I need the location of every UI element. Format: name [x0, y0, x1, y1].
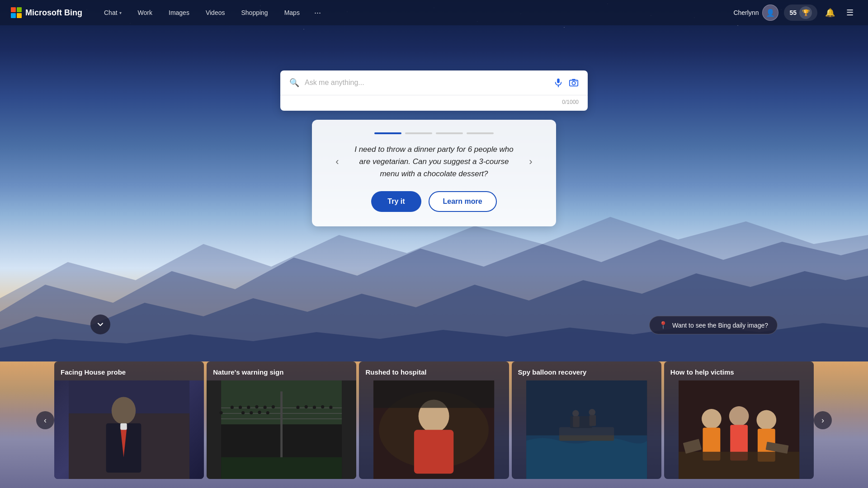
nav-links: Chat ▾ Work Images Videos Shopping Maps … [97, 5, 733, 21]
svg-rect-38 [221, 457, 342, 479]
dot-1 [374, 132, 401, 134]
nav-right: Cherlynn 👤 55 🏆 🔔 ☰ [733, 5, 857, 21]
svg-point-36 [321, 405, 324, 408]
suggestion-text: I need to throw a dinner party for 6 peo… [352, 143, 516, 180]
svg-point-35 [313, 405, 316, 408]
search-box: 🔍 [280, 70, 588, 95]
user-area[interactable]: Cherlynn 👤 [733, 5, 778, 21]
svg-point-12 [112, 397, 136, 424]
news-card-2[interactable]: Nature's warning sign [207, 361, 356, 479]
daily-image-label: Want to see the Bing daily image? [672, 322, 768, 329]
svg-point-33 [297, 405, 300, 408]
svg-point-22 [231, 405, 234, 408]
svg-point-27 [272, 405, 275, 408]
suggestion-buttons: Try it Learn more [371, 191, 496, 212]
microsoft-logo [11, 7, 22, 18]
news-title-4: Spy balloon recovery [512, 361, 661, 380]
news-card-5[interactable]: How to help victims [664, 361, 814, 479]
prev-suggestion-button[interactable]: ‹ [330, 155, 344, 169]
dot-4 [467, 132, 494, 134]
daily-image-button[interactable]: 📍 Want to see the Bing daily image? [649, 316, 778, 334]
svg-point-7 [572, 81, 575, 84]
chat-chevron: ▾ [119, 10, 122, 15]
svg-rect-60 [679, 451, 799, 479]
search-container: 🔍 [280, 70, 588, 111]
svg-point-26 [264, 405, 267, 408]
dot-2 [405, 132, 432, 134]
svg-point-28 [220, 411, 223, 414]
hamburger-menu[interactable]: ☰ [843, 5, 857, 20]
news-image-2 [207, 380, 356, 479]
nav-work[interactable]: Work [131, 5, 160, 20]
nav-images[interactable]: Images [161, 5, 197, 20]
news-items: Facing House probe [54, 361, 814, 479]
news-carousel: ‹ Facing House probe [0, 352, 868, 488]
svg-rect-4 [557, 79, 560, 83]
news-image-1 [54, 380, 204, 479]
svg-point-34 [305, 405, 308, 408]
svg-point-54 [702, 409, 722, 429]
notification-bell[interactable]: 🔔 [823, 5, 837, 20]
logo-sq-yellow [17, 13, 22, 18]
search-actions [553, 78, 579, 88]
points-text: 55 [789, 9, 797, 16]
trophy-icon: 🏆 [799, 6, 812, 19]
logo-sq-red [11, 7, 16, 12]
svg-rect-15 [120, 423, 127, 430]
news-title-3: Rushed to hospital [359, 361, 509, 380]
nav-chat[interactable]: Chat ▾ [97, 5, 129, 20]
svg-point-25 [255, 405, 259, 408]
learn-more-button[interactable]: Learn more [429, 191, 497, 212]
news-image-4 [512, 380, 661, 479]
logo-sq-blue [11, 13, 16, 18]
svg-point-9 [576, 81, 577, 82]
svg-point-30 [250, 411, 253, 414]
suggestion-card: ‹ I need to throw a dinner party for 6 p… [312, 120, 556, 226]
logo-text: Microsoft Bing [25, 8, 82, 18]
news-title-2: Nature's warning sign [207, 361, 356, 380]
user-avatar: 👤 [762, 5, 778, 21]
news-card-1[interactable]: Facing House probe [54, 361, 204, 479]
scroll-down-button[interactable] [90, 314, 110, 334]
next-suggestion-button[interactable]: › [524, 155, 538, 169]
svg-rect-43 [373, 380, 494, 408]
logo-area[interactable]: Microsoft Bing [11, 7, 82, 18]
svg-point-29 [241, 411, 245, 414]
suggestion-nav: ‹ I need to throw a dinner party for 6 p… [330, 143, 538, 180]
news-title-1: Facing House probe [54, 361, 204, 380]
svg-rect-8 [572, 79, 575, 80]
svg-point-32 [266, 411, 269, 414]
news-card-3[interactable]: Rushed to hospital [359, 361, 509, 479]
nav-videos[interactable]: Videos [198, 5, 232, 20]
svg-rect-52 [526, 380, 647, 435]
search-counter: 0/1000 [280, 95, 588, 111]
progress-dots [374, 132, 494, 134]
camera-button[interactable] [569, 78, 579, 88]
nav-shopping[interactable]: Shopping [234, 5, 275, 20]
svg-point-31 [258, 410, 261, 413]
search-input[interactable] [305, 79, 553, 87]
search-icon: 🔍 [289, 78, 299, 88]
svg-point-37 [329, 405, 332, 408]
mic-button[interactable] [553, 78, 563, 88]
news-image-3 [359, 380, 509, 479]
svg-point-23 [239, 405, 242, 408]
svg-point-24 [247, 405, 250, 408]
user-name: Cherlynn [733, 9, 759, 16]
svg-point-58 [756, 410, 776, 430]
svg-point-56 [729, 406, 749, 426]
dot-3 [436, 132, 463, 134]
carousel-next-button[interactable]: › [814, 411, 832, 429]
news-title-5: How to help victims [664, 361, 814, 380]
news-image-5 [664, 380, 814, 479]
news-card-4[interactable]: Spy balloon recovery [512, 361, 661, 479]
svg-rect-42 [414, 430, 453, 474]
carousel-prev-button[interactable]: ‹ [36, 411, 54, 429]
location-icon: 📍 [659, 321, 668, 329]
navbar: Microsoft Bing Chat ▾ Work Images Videos… [0, 0, 868, 25]
try-it-button[interactable]: Try it [371, 191, 421, 212]
nav-maps[interactable]: Maps [277, 5, 307, 20]
nav-more[interactable]: ··· [309, 5, 326, 21]
points-badge[interactable]: 55 🏆 [784, 5, 817, 21]
logo-sq-green [17, 7, 22, 12]
